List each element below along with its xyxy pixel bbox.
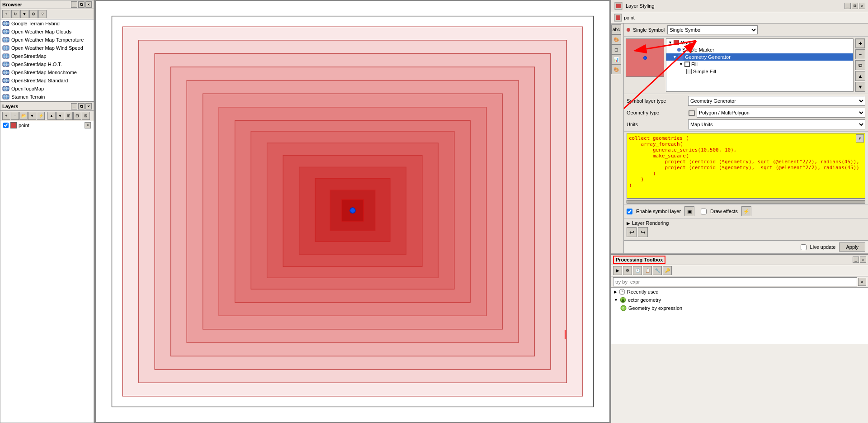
sidebar-abc-btn[interactable]: abc [611, 24, 621, 34]
browser-item-osm-mono[interactable]: OpenStreetMap Monochrome [0, 68, 94, 76]
proc-geom-by-expr[interactable]: G Geometry by expression [611, 304, 868, 312]
proc-run-btn[interactable]: ▶ [613, 266, 622, 275]
proc-scripts-btn[interactable]: 🔑 [663, 266, 672, 275]
epsilon-btn[interactable]: ε [856, 134, 864, 143]
sidebar-color-btn[interactable]: 🎨 [611, 64, 621, 74]
proc-recently-used[interactable]: ▶ Recently used [611, 288, 868, 296]
marker-icon [674, 40, 679, 45]
browser-item-google[interactable]: Google Terrain Hybrid [0, 19, 94, 28]
layer-item-point[interactable]: point ≡ [0, 121, 94, 129]
layers-temp-btn[interactable]: ⊟ [73, 112, 81, 120]
proc-vector-geometry[interactable]: ▼ ector geometry [611, 296, 868, 304]
tree-remove-btn[interactable]: − [855, 49, 865, 59]
layers-up-btn[interactable]: ▲ [47, 112, 56, 120]
styling-sidebar: abc 🎨 ◻ 📊 🎨 [611, 24, 624, 253]
proc-results-btn[interactable]: 📋 [643, 266, 652, 275]
browser-item-topo[interactable]: OpenTopoMap [0, 85, 94, 93]
map-canvas[interactable] [95, 0, 610, 423]
proc-close-btn[interactable]: × [860, 257, 866, 263]
browser-float-btn[interactable]: ⧉ [78, 1, 85, 8]
rendering-expand-icon: ▶ [627, 221, 630, 226]
browser-item-owm-temp[interactable]: Open Weather Map Temperature [0, 36, 94, 44]
tree-item-simple-fill[interactable]: Simple Fill [666, 68, 853, 75]
globe-icon [2, 77, 9, 84]
proc-search-clear-btn[interactable]: × [858, 278, 866, 286]
layer-rendering-header[interactable]: ▶ Layer Rendering [627, 220, 865, 226]
symbol-layer-type-select[interactable]: Geometry Generator [688, 96, 865, 106]
live-update-checkbox[interactable] [801, 244, 807, 250]
geom-by-expr-icon: G [620, 305, 627, 311]
browser-settings-btn[interactable]: ⚙ [29, 10, 38, 18]
layers-close-btn[interactable]: × [85, 103, 92, 109]
recently-used-label: Recently used [627, 289, 659, 295]
enable-symbol-layer-checkbox[interactable] [627, 209, 632, 214]
tree-up-btn[interactable]: ▲ [855, 71, 865, 81]
browser-item-osm[interactable]: OpenStreetMap [0, 52, 94, 60]
tree-item-simple-marker[interactable]: Simple Marker [666, 46, 853, 53]
browser-list: Google Terrain Hybrid Open Weather Map C… [0, 19, 94, 101]
layer-toggle-btn[interactable]: ≡ [85, 122, 91, 128]
browser-item-owm-clouds[interactable]: Open Weather Map Clouds [0, 28, 94, 36]
browser-item-owm-wind[interactable]: Open Weather Map Wind Speed [0, 44, 94, 52]
symbol-type-select[interactable]: Single Symbol [667, 25, 758, 34]
layer-name-label: point [19, 123, 29, 128]
browser-minimize-btn[interactable]: _ [71, 1, 77, 8]
code-h-scrollbar[interactable] [627, 199, 865, 204]
tree-down-btn[interactable]: ▼ [855, 82, 865, 92]
undo-btn[interactable]: ↩ [627, 227, 637, 237]
geom-by-expr-label: Geometry by expression [628, 305, 682, 311]
tree-item-geom-gen[interactable]: ▼ Geometry Generator [666, 53, 853, 61]
symbol-type-row: Single Symbol Single Symbol [624, 24, 868, 37]
apply-button[interactable]: Apply [839, 242, 865, 252]
svg-text:G: G [622, 307, 624, 310]
geometry-type-select[interactable]: Polygon / MultiPolygon [697, 108, 865, 118]
layers-legend-btn[interactable]: ⚡ [37, 112, 45, 120]
tree-controls: + − ⧉ ▲ ▼ [855, 38, 866, 92]
symbol-layer-icon-btn[interactable]: ▣ [684, 206, 694, 216]
layers-filter-btn[interactable]: ▼ [28, 112, 36, 120]
layers-minimize-btn[interactable]: _ [71, 103, 77, 109]
layers-float-btn[interactable]: ⧉ [78, 103, 85, 109]
browser-item-label: OpenStreetMap Monochrome [11, 70, 77, 75]
layers-add-btn[interactable]: + [2, 112, 10, 120]
browser-refresh-btn[interactable]: ↻ [11, 10, 19, 18]
draw-effects-icon-btn[interactable]: ⚡ [741, 206, 751, 216]
layers-down-btn[interactable]: ▼ [56, 112, 64, 120]
browser-item-stamen[interactable]: Stamen Terrain [0, 93, 94, 101]
styling-close-btn[interactable]: × [859, 3, 865, 9]
proc-settings-btn[interactable]: ⚙ [623, 266, 632, 275]
styling-minimize-btn[interactable]: _ [844, 3, 851, 9]
proc-history-btn[interactable]: 🕐 [633, 266, 642, 275]
sidebar-paint-btn[interactable]: 🎨 [611, 34, 621, 44]
browser-filter-btn[interactable]: ▼ [20, 10, 28, 18]
browser-close-btn[interactable]: × [85, 1, 92, 8]
browser-item-osm-std[interactable]: OpenStreetMap Standard [0, 76, 94, 85]
sidebar-cube-btn[interactable]: ◻ [611, 44, 621, 54]
proc-models-btn[interactable]: 🔧 [653, 266, 662, 275]
processing-search-input[interactable] [613, 277, 857, 286]
code-scroll-container[interactable]: collect_geometries ( array_foreach( gene… [627, 133, 865, 199]
svg-point-47 [350, 208, 355, 213]
code-content: collect_geometries ( array_foreach( gene… [627, 133, 865, 190]
tree-dup-btn[interactable]: ⧉ [855, 60, 865, 70]
layers-remove-btn[interactable]: − [11, 112, 19, 120]
processing-toolbox-panel: Processing Toolbox _ × ▶ ⚙ 🕐 📋 🔧 🔑 [611, 254, 868, 344]
sidebar-chart-btn[interactable]: 📊 [611, 54, 621, 64]
redo-btn[interactable]: ↪ [638, 227, 648, 237]
layers-collapse-btn[interactable]: ⊠ [82, 112, 90, 120]
layer-visibility-checkbox[interactable] [3, 123, 9, 128]
layers-group-btn[interactable]: ⊞ [65, 112, 73, 120]
tree-item-fill[interactable]: ▼ Fill [666, 61, 853, 68]
browser-item-osm-hot[interactable]: OpenStreetMap H.O.T. [0, 60, 94, 68]
styling-float-btn[interactable]: ⧉ [852, 3, 858, 9]
layers-open-btn[interactable]: 📂 [19, 112, 28, 120]
browser-add-btn[interactable]: + [2, 10, 10, 18]
preview-dot [643, 56, 647, 60]
draw-effects-checkbox[interactable] [701, 209, 707, 214]
processing-header: Processing Toolbox _ × [611, 255, 868, 265]
units-select[interactable]: Map Units [688, 119, 865, 129]
tree-add-btn[interactable]: + [855, 38, 865, 48]
tree-item-marker[interactable]: ▼ Marker [666, 39, 853, 46]
proc-minimize-btn[interactable]: _ [853, 257, 859, 263]
browser-help-btn[interactable]: ? [38, 10, 47, 18]
